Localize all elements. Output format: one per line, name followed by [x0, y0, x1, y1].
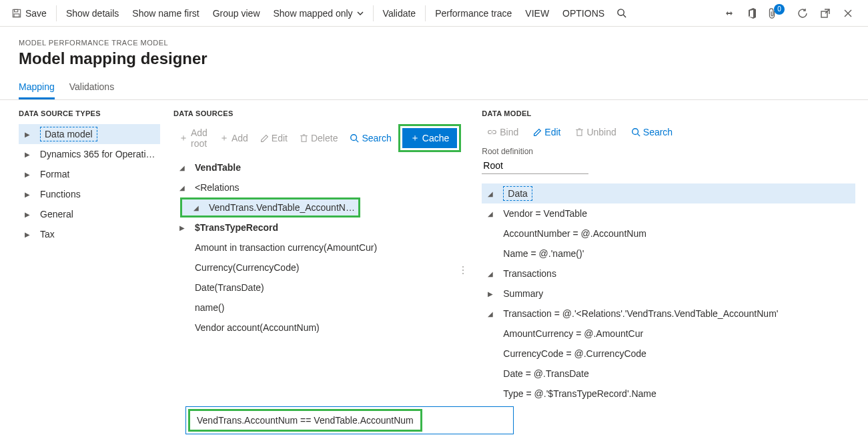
page-title: Model mapping designer: [19, 49, 849, 68]
bind-button[interactable]: Bind: [482, 124, 524, 140]
tree-node-transaction[interactable]: ◢ Transaction = @.'<Relations'.'VendTran…: [482, 304, 855, 324]
link-icon: [487, 128, 497, 136]
svg-point-11: [351, 135, 357, 141]
tree-node-transtyperecord[interactable]: ▶ $TransTypeRecord: [173, 217, 461, 238]
type-item-functions[interactable]: ▶ Functions: [19, 184, 160, 204]
tree-node-account-number[interactable]: AccountNumber = @.AccountNum: [482, 224, 855, 244]
tab-validations[interactable]: Validations: [69, 81, 114, 99]
expression-box[interactable]: VendTrans.AccountNum == VendTable.Accoun…: [185, 406, 514, 434]
chevron-right-icon: ▶: [21, 171, 33, 178]
search-icon: [616, 8, 626, 18]
page-header: MODEL PERFORMANCE TRACE MODEL Model mapp…: [0, 27, 868, 75]
attachments-badge: 0: [774, 4, 785, 15]
tree-node-amount-currency[interactable]: AmountCurrency = @.AmountCur: [482, 324, 855, 344]
tree-node-vendtable[interactable]: ◢ VendTable: [173, 157, 461, 177]
type-item-general[interactable]: ▶ General: [19, 204, 160, 224]
svg-rect-13: [577, 130, 582, 136]
refresh-icon[interactable]: [793, 4, 812, 23]
cache-highlight: ＋ Cache: [398, 124, 461, 152]
tree-node-vendor-account[interactable]: Vendor account(AccountNum): [173, 318, 461, 338]
validate-button[interactable]: Validate: [376, 0, 423, 26]
splitter-handle[interactable]: [458, 260, 468, 280]
performance-trace-button[interactable]: Performance trace: [428, 0, 518, 26]
tree-node-summary[interactable]: ▶ Summary: [482, 284, 855, 304]
section-title: DATA MODEL: [482, 109, 855, 117]
search-button[interactable]: [611, 0, 632, 26]
separator: [56, 5, 57, 21]
tree-node-amount[interactable]: Amount in transaction currency(AmountCur…: [173, 238, 461, 258]
svg-point-16: [632, 129, 638, 135]
attachments-icon[interactable]: 0: [765, 4, 789, 23]
data-model-tree: ◢ Data ◢ Vendor = VendTable AccountNumbe…: [482, 183, 855, 404]
section-title: DATA SOURCE TYPES: [19, 109, 160, 117]
svg-point-3: [618, 9, 624, 15]
cache-button[interactable]: ＋ Cache: [402, 128, 457, 148]
plus-icon: ＋: [410, 132, 420, 144]
type-item-format[interactable]: ▶ Format: [19, 164, 160, 184]
tabs: Mapping Validations: [0, 75, 868, 100]
options-menu[interactable]: OPTIONS: [556, 0, 611, 26]
chevron-down-icon: ◢: [484, 190, 496, 197]
svg-line-17: [637, 134, 640, 137]
tree-node-type[interactable]: Type = @.'$TransTypeRecord'.Name: [482, 384, 855, 404]
connect-icon[interactable]: [720, 4, 739, 23]
save-button[interactable]: Save: [5, 0, 53, 26]
show-details-button[interactable]: Show details: [59, 0, 125, 26]
tree-node-name[interactable]: Name = @.'name()': [482, 244, 855, 264]
close-icon[interactable]: [839, 4, 857, 23]
command-bar-right: 0: [720, 4, 863, 23]
tree-node-date[interactable]: Date = @.TransDate: [482, 364, 855, 384]
tab-mapping[interactable]: Mapping: [19, 81, 55, 99]
tree-node-data[interactable]: ◢ Data: [482, 183, 855, 203]
expression-text: VendTrans.AccountNum == VendTable.Accoun…: [188, 409, 422, 432]
data-source-types-panel: DATA SOURCE TYPES ▶ Data model ▶ Dynamic…: [0, 100, 167, 445]
edit-button[interactable]: Edit: [255, 130, 293, 146]
tree-node-vendor[interactable]: ◢ Vendor = VendTable: [482, 203, 855, 224]
tree-node-relations[interactable]: ◢ <Relations: [173, 177, 461, 197]
tree-node-name-fn[interactable]: name(): [173, 298, 461, 318]
chevron-right-icon: ▶: [21, 191, 33, 198]
section-title: DATA SOURCES: [173, 109, 461, 117]
edit-button[interactable]: Edit: [528, 124, 566, 140]
chevron-right-icon: ▶: [176, 224, 188, 232]
chevron-right-icon: ▶: [21, 131, 33, 138]
chevron-right-icon: ▶: [484, 290, 496, 298]
svg-rect-8: [302, 136, 306, 142]
search-icon: [350, 133, 359, 143]
popout-icon[interactable]: [816, 4, 835, 23]
data-sources-toolbar: ＋ Add root ＋ Add Edit Delete: [173, 124, 461, 152]
add-button[interactable]: ＋ Add: [214, 129, 254, 147]
chevron-right-icon: ▶: [21, 211, 33, 218]
show-mapped-only-button[interactable]: Show mapped only: [267, 0, 370, 26]
group-view-button[interactable]: Group view: [206, 0, 267, 26]
data-model-toolbar: Bind Edit Unbind Search: [482, 124, 855, 140]
tree-node-date[interactable]: Date(TransDate): [173, 278, 461, 298]
data-model-scroll[interactable]: ◢ Data ◢ Vendor = VendTable AccountNumbe…: [482, 183, 855, 412]
data-model-panel: DATA MODEL Bind Edit Unbind: [468, 100, 868, 445]
search-button[interactable]: Search: [344, 130, 396, 146]
tree-node-transactions[interactable]: ◢ Transactions: [482, 264, 855, 284]
type-item-data-model[interactable]: ▶ Data model: [19, 124, 160, 144]
show-name-first-button[interactable]: Show name first: [125, 0, 205, 26]
plus-icon: ＋: [220, 132, 229, 144]
type-item-tax[interactable]: ▶ Tax: [19, 224, 160, 244]
tree-node-currency-code[interactable]: CurrencyCode = @.CurrencyCode: [482, 344, 855, 364]
chevron-down-icon: ◢: [176, 184, 188, 191]
save-icon: [12, 9, 21, 18]
tree-node-currency[interactable]: Currency(CurrencyCode): [173, 258, 461, 278]
chevron-down-icon: ◢: [190, 204, 202, 211]
data-sources-tree: ◢ VendTable ◢ <Relations ◢ VendTrans.Ven…: [173, 157, 461, 338]
unbind-button[interactable]: Unbind: [570, 124, 621, 140]
type-item-d365fo[interactable]: ▶ Dynamics 365 for Operations: [19, 144, 160, 164]
svg-rect-1: [15, 9, 18, 12]
svg-line-12: [356, 140, 359, 143]
search-button[interactable]: Search: [626, 124, 678, 140]
root-definition-label: Root definition: [482, 147, 855, 156]
delete-button[interactable]: Delete: [294, 130, 343, 146]
view-menu[interactable]: VIEW: [518, 0, 556, 26]
root-definition-input[interactable]: [482, 157, 588, 174]
add-root-button[interactable]: ＋ Add root: [173, 125, 213, 151]
chevron-down-icon: [357, 10, 364, 17]
tree-node-vendtrans-accountnum[interactable]: ◢ VendTrans.VendTable_AccountNum: [180, 197, 360, 217]
office-icon[interactable]: [743, 4, 761, 23]
